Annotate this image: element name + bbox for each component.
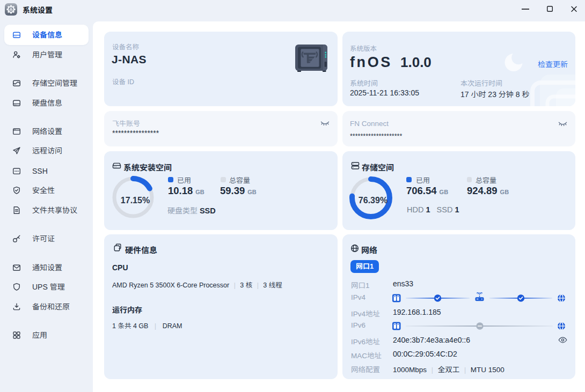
- svg-text:17.15%: 17.15%: [120, 195, 149, 204]
- svg-text:76.39%: 76.39%: [358, 195, 387, 204]
